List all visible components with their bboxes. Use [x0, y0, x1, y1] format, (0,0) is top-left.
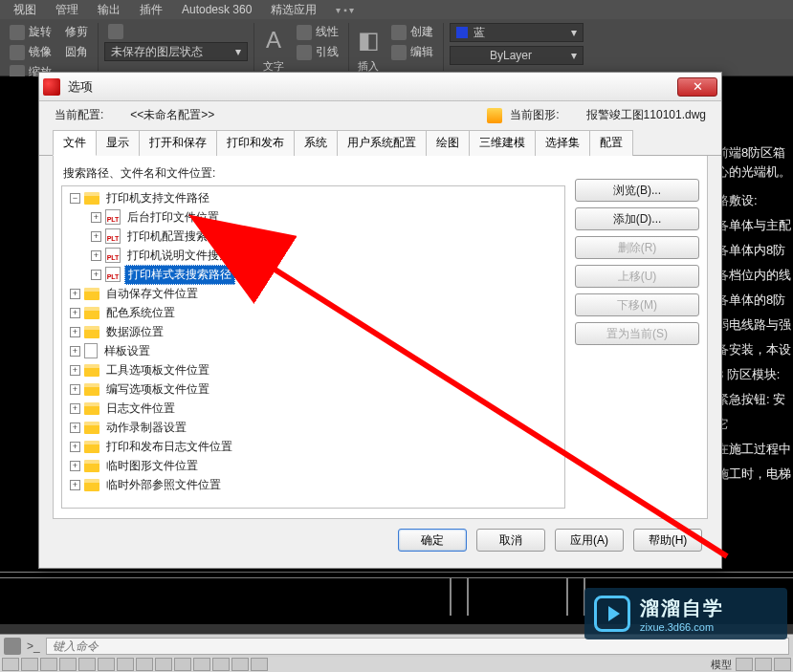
- menu-view[interactable]: 视图: [4, 0, 46, 20]
- tree-node-plot-log[interactable]: +打印和发布日志文件位置: [64, 437, 562, 456]
- statusbar-button[interactable]: [174, 658, 191, 671]
- expand-icon[interactable]: +: [70, 384, 80, 395]
- ribbon-create[interactable]: 创建: [387, 23, 437, 41]
- ribbon-fillet[interactable]: 圆角: [61, 43, 92, 61]
- expand-icon[interactable]: +: [70, 327, 80, 337]
- tree-node-log[interactable]: +日志文件位置: [64, 399, 562, 418]
- expand-icon[interactable]: +: [91, 270, 101, 280]
- expand-icon[interactable]: +: [70, 403, 80, 414]
- tree-node-printer-desc[interactable]: +PLT打印机说明文件搜索路径: [64, 246, 562, 265]
- text-big-icon[interactable]: A: [260, 23, 287, 57]
- layer-state-combo[interactable]: 未保存的图层状态▾: [104, 42, 248, 61]
- expand-icon[interactable]: +: [70, 442, 80, 452]
- cancel-button[interactable]: 取消: [476, 529, 545, 552]
- statusbar-button[interactable]: [755, 658, 772, 671]
- tree-node-temp-dwg[interactable]: +临时图形文件位置: [64, 456, 562, 475]
- menu-featured[interactable]: 精选应用: [261, 0, 326, 20]
- tree-node-spool[interactable]: +PLT后台打印文件位置: [64, 207, 562, 227]
- expand-icon[interactable]: +: [70, 480, 80, 490]
- tab-selection[interactable]: 选择集: [535, 130, 590, 156]
- expand-icon[interactable]: +: [70, 346, 80, 357]
- insert-big-icon[interactable]: ◧: [355, 23, 382, 57]
- expand-icon[interactable]: +: [70, 423, 80, 433]
- browse-button[interactable]: 浏览(B)...: [575, 179, 699, 202]
- statusbar-button[interactable]: [136, 658, 153, 671]
- ribbon-leader[interactable]: 引线: [293, 43, 342, 61]
- tree-node-tool-palette[interactable]: +工具选项板文件位置: [64, 360, 562, 379]
- statusbar-button[interactable]: [2, 658, 19, 671]
- tree-node-printer-support[interactable]: −打印机支持文件路径: [64, 188, 562, 207]
- tree-node-action-rec[interactable]: +动作录制器设置: [64, 418, 562, 437]
- tab-drafting[interactable]: 绘图: [426, 130, 470, 156]
- statusbar-button[interactable]: [231, 658, 249, 671]
- expand-icon[interactable]: +: [91, 250, 101, 261]
- menu-dropdown-icon[interactable]: ▾ ▪ ▾: [326, 3, 363, 17]
- statusbar-button[interactable]: [736, 658, 753, 671]
- dialog-titlebar[interactable]: 选项 ✕: [39, 73, 721, 101]
- command-input[interactable]: [46, 638, 789, 655]
- tab-files[interactable]: 文件: [53, 130, 97, 156]
- tab-plot-publish[interactable]: 打印和发布: [216, 130, 295, 156]
- color-combo[interactable]: 蓝▾: [450, 23, 584, 42]
- movedown-button[interactable]: 下移(M): [575, 293, 699, 316]
- statusbar-button[interactable]: [212, 658, 230, 671]
- model-space-label[interactable]: 模型: [709, 658, 734, 672]
- tab-profiles[interactable]: 配置: [589, 130, 633, 156]
- menu-plugins[interactable]: 插件: [130, 0, 172, 20]
- tab-display[interactable]: 显示: [96, 130, 140, 156]
- current-drawing-value: 报警竣工图110101.dwg: [586, 107, 706, 123]
- rotate-icon: [10, 25, 25, 40]
- ribbon-trim[interactable]: 修剪: [61, 23, 92, 41]
- expand-icon[interactable]: +: [70, 365, 80, 376]
- lineweight-combo[interactable]: ByLayer▾: [450, 46, 584, 65]
- file-tree[interactable]: −打印机支持文件路径 +PLT后台打印文件位置 +PLT打印机配置搜索路径 +P…: [61, 185, 565, 509]
- menu-autodesk360[interactable]: Autodesk 360: [172, 1, 261, 18]
- setcurrent-button[interactable]: 置为当前(S): [575, 322, 699, 345]
- help-button[interactable]: 帮助(H): [633, 529, 702, 552]
- expand-icon[interactable]: +: [91, 231, 101, 242]
- tab-user-prefs[interactable]: 用户系统配置: [337, 130, 427, 156]
- statusbar-button[interactable]: [117, 658, 134, 671]
- statusbar-button[interactable]: [155, 658, 172, 671]
- drawing-line: [467, 577, 469, 616]
- collapse-icon[interactable]: −: [70, 193, 80, 204]
- tree-node-autosave[interactable]: +自动保存文件位置: [64, 284, 562, 303]
- expand-icon[interactable]: +: [91, 212, 101, 223]
- command-handle-icon[interactable]: [4, 638, 21, 655]
- tree-node-colorbook[interactable]: +配色系统位置: [64, 303, 562, 322]
- statusbar-button[interactable]: [40, 658, 57, 671]
- expand-icon[interactable]: +: [70, 461, 80, 471]
- remove-button[interactable]: 删除(R): [575, 236, 699, 259]
- apply-button[interactable]: 应用(A): [555, 529, 624, 552]
- moveup-button[interactable]: 上移(U): [575, 265, 699, 288]
- statusbar-button[interactable]: [251, 658, 268, 671]
- watermark-url: zixue.3d66.com: [640, 621, 724, 633]
- statusbar-button[interactable]: [21, 658, 38, 671]
- ribbon-rotate[interactable]: 旋转: [6, 23, 55, 41]
- ok-button[interactable]: 确定: [398, 529, 467, 552]
- tree-node-temp-xref[interactable]: +临时外部参照文件位置: [64, 475, 562, 494]
- statusbar-button[interactable]: [59, 658, 77, 671]
- statusbar-button[interactable]: [774, 658, 791, 671]
- tree-node-template[interactable]: +样板设置: [64, 341, 562, 360]
- menu-output[interactable]: 输出: [88, 0, 130, 20]
- tab-3d-modeling[interactable]: 三维建模: [469, 130, 536, 156]
- tree-node-plot-style[interactable]: +PLT打印样式表搜索路径: [64, 265, 562, 284]
- tree-node-datasource[interactable]: +数据源位置: [64, 322, 562, 341]
- tree-node-author-palette[interactable]: +编写选项板文件位置: [64, 379, 562, 399]
- tree-node-printer-config[interactable]: +PLT打印机配置搜索路径: [64, 227, 562, 246]
- add-button[interactable]: 添加(D)...: [575, 207, 699, 230]
- statusbar-button[interactable]: [78, 658, 96, 671]
- expand-icon[interactable]: +: [70, 289, 80, 299]
- expand-icon[interactable]: +: [70, 308, 80, 318]
- menu-manage[interactable]: 管理: [46, 0, 88, 20]
- tab-system[interactable]: 系统: [294, 130, 338, 156]
- ribbon-linear[interactable]: 线性: [293, 23, 342, 41]
- ribbon-edit[interactable]: 编辑: [387, 43, 437, 61]
- statusbar-button[interactable]: [98, 658, 115, 671]
- tab-open-save[interactable]: 打开和保存: [139, 130, 217, 156]
- statusbar-button[interactable]: [193, 658, 210, 671]
- layer-icon[interactable]: [108, 24, 123, 39]
- close-button[interactable]: ✕: [677, 77, 717, 97]
- ribbon-mirror[interactable]: 镜像: [6, 43, 55, 61]
